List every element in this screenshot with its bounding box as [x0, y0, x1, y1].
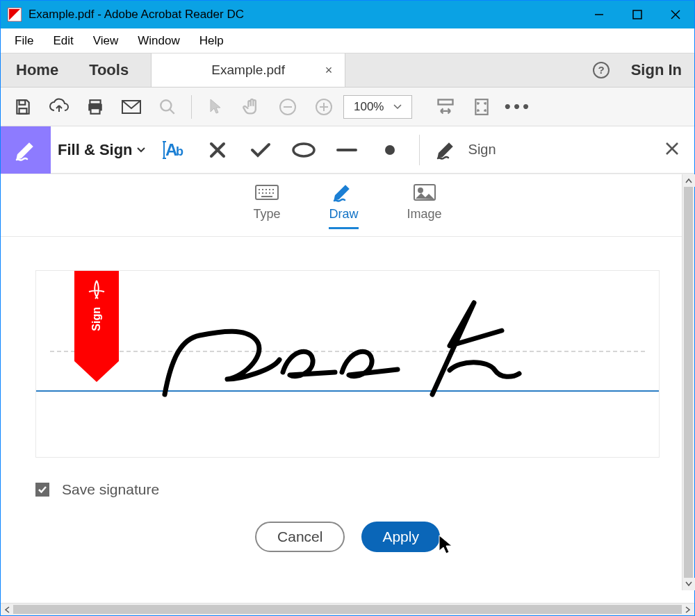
- mode-draw-label: Draw: [329, 207, 358, 222]
- email-icon[interactable]: [115, 90, 148, 124]
- keyboard-icon: [255, 182, 279, 203]
- acrobat-icon: [8, 8, 22, 22]
- mouse-cursor-icon: [438, 534, 453, 555]
- line-icon[interactable]: [329, 132, 365, 168]
- minimize-button[interactable]: [580, 1, 618, 28]
- title-bar: Example.pdf - Adobe Acrobat Reader DC: [1, 1, 694, 28]
- toolbar-separator: [191, 95, 192, 119]
- menu-edit[interactable]: Edit: [43, 30, 83, 52]
- cross-mark-icon[interactable]: [199, 132, 236, 168]
- svg-point-30: [293, 144, 314, 156]
- check-mark-icon[interactable]: [243, 132, 279, 168]
- hand-icon[interactable]: [235, 90, 268, 124]
- menu-help[interactable]: Help: [190, 30, 234, 52]
- fill-sign-tool-icon[interactable]: [1, 126, 51, 174]
- save-signature-label: Save signature: [62, 481, 159, 498]
- close-window-button[interactable]: [656, 1, 694, 28]
- mode-draw[interactable]: Draw: [329, 182, 358, 229]
- more-tools-icon[interactable]: •••: [501, 90, 534, 124]
- fill-sign-dropdown[interactable]: Fill & Sign: [58, 141, 149, 159]
- svg-point-48: [418, 188, 423, 192]
- menu-file[interactable]: File: [5, 30, 43, 52]
- ribbon-label: Sign: [90, 307, 103, 331]
- dot-icon[interactable]: [372, 132, 408, 168]
- menu-view[interactable]: View: [83, 30, 129, 52]
- tab-document-label: Example.pdf: [211, 63, 285, 78]
- cancel-button[interactable]: Cancel: [255, 522, 345, 552]
- sign-pen-icon[interactable]: Sign: [431, 132, 500, 168]
- add-text-icon[interactable]: Ab: [156, 132, 193, 168]
- svg-text:?: ?: [598, 64, 604, 76]
- tab-tools[interactable]: Tools: [74, 53, 144, 87]
- sign-label: Sign: [468, 142, 496, 158]
- toolbar-separator: [419, 135, 420, 165]
- svg-text:b: b: [176, 144, 183, 158]
- scroll-left-icon[interactable]: [1, 603, 13, 616]
- apply-button[interactable]: Apply: [361, 522, 440, 552]
- maximize-button[interactable]: [618, 1, 656, 28]
- drawn-signature: [133, 290, 523, 401]
- signature-mode-tabs: Type Draw Image: [1, 174, 694, 237]
- fit-width-icon[interactable]: [429, 90, 462, 124]
- mode-type[interactable]: Type: [253, 182, 280, 229]
- main-toolbar: 100% •••: [1, 88, 694, 126]
- tab-close-icon[interactable]: ×: [325, 63, 333, 78]
- menu-window[interactable]: Window: [128, 30, 189, 52]
- sign-in-button[interactable]: Sign In: [619, 61, 694, 79]
- pen-draw-icon: [332, 182, 355, 203]
- scroll-right-icon[interactable]: [682, 603, 694, 616]
- svg-rect-3: [633, 10, 641, 19]
- fill-sign-label: Fill & Sign: [58, 141, 133, 159]
- zoom-in-icon[interactable]: [307, 90, 341, 124]
- svg-rect-12: [91, 108, 100, 114]
- tab-bar: Home Tools Example.pdf × ? Sign In: [1, 53, 694, 88]
- scroll-down-icon[interactable]: [682, 578, 695, 590]
- zoom-select[interactable]: 100%: [343, 95, 412, 119]
- print-icon[interactable]: [79, 90, 112, 124]
- fill-sign-toolbar: Fill & Sign Ab S: [1, 126, 694, 174]
- menu-bar: File Edit View Window Help: [1, 28, 694, 53]
- horizontal-scrollbar[interactable]: [1, 603, 694, 615]
- acrobat-logo-icon: [85, 278, 108, 301]
- zoom-value: 100%: [354, 100, 384, 114]
- dialog-button-row: Cancel Apply: [1, 515, 694, 566]
- save-signature-checkbox[interactable]: [35, 483, 49, 497]
- scrollbar-thumb[interactable]: [13, 605, 682, 614]
- app-window: Example.pdf - Adobe Acrobat Reader DC Fi…: [0, 0, 695, 616]
- window-title: Example.pdf - Adobe Acrobat Reader DC: [28, 8, 244, 22]
- tab-document[interactable]: Example.pdf ×: [151, 53, 345, 87]
- mode-image-label: Image: [407, 207, 442, 222]
- scroll-up-icon[interactable]: [682, 174, 695, 187]
- vertical-scrollbar[interactable]: [682, 174, 694, 590]
- close-toolbar-button[interactable]: [664, 140, 680, 160]
- svg-point-14: [161, 100, 171, 110]
- mode-type-label: Type: [253, 207, 280, 222]
- save-icon[interactable]: [6, 90, 40, 124]
- pointer-icon[interactable]: [199, 90, 232, 124]
- svg-rect-9: [19, 108, 27, 114]
- scrollbar-thumb[interactable]: [684, 187, 693, 578]
- fit-page-icon[interactable]: [465, 90, 498, 124]
- svg-rect-10: [90, 100, 100, 103]
- svg-rect-21: [439, 99, 453, 104]
- mode-image[interactable]: Image: [407, 182, 442, 229]
- help-button[interactable]: ?: [584, 61, 619, 79]
- svg-line-15: [170, 109, 174, 114]
- signature-panel: Type Draw Image Sign: [1, 174, 694, 603]
- chevron-down-icon: [137, 147, 145, 153]
- image-icon: [413, 182, 436, 203]
- cloud-upload-icon[interactable]: [42, 90, 76, 124]
- svg-rect-8: [19, 100, 26, 105]
- svg-point-32: [385, 145, 395, 155]
- signature-canvas[interactable]: Sign: [35, 270, 660, 458]
- zoom-out-icon[interactable]: [271, 90, 304, 124]
- chevron-down-icon: [393, 104, 402, 110]
- sign-here-ribbon: Sign: [74, 271, 119, 382]
- circle-icon[interactable]: [286, 132, 322, 168]
- search-icon[interactable]: [151, 90, 184, 124]
- tab-home[interactable]: Home: [1, 53, 74, 87]
- save-signature-row: Save signature: [1, 465, 694, 515]
- svg-rect-22: [476, 99, 488, 115]
